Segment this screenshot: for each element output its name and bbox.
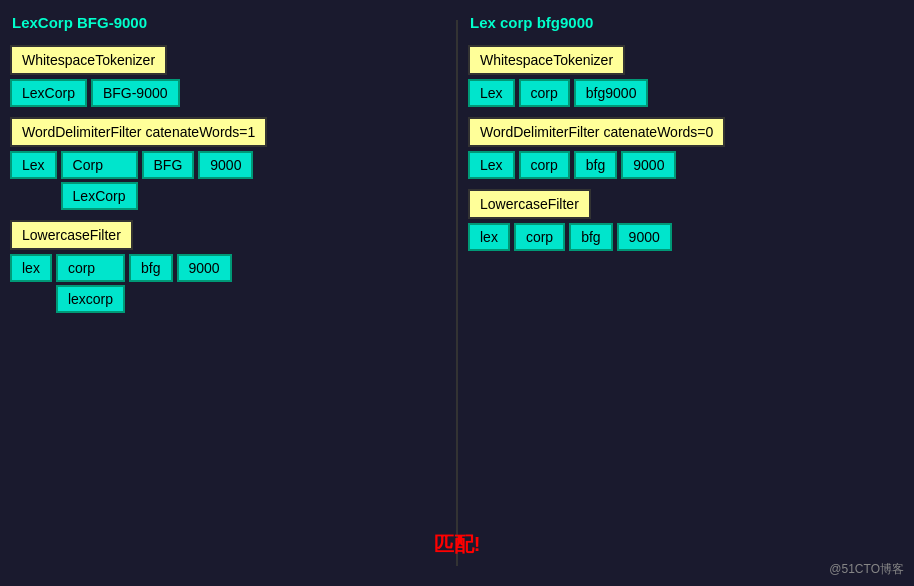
left-wordfilter-tokens-row1: Lex Corp LexCorp BFG 9000 (10, 151, 446, 210)
left-wordfilter-box: WordDelimiterFilter catenateWords=1 (10, 117, 267, 147)
right-input-label: Lex corp bfg9000 (468, 10, 904, 35)
right-lowercase-section: LowercaseFilter lex corp bfg 9000 (468, 189, 904, 251)
left-column: LexCorp BFG-9000 WhitespaceTokenizer Lex… (10, 10, 446, 576)
left-lowercase-tokens: lex corp lexcorp bfg 9000 (10, 254, 446, 313)
match-section: 匹配! (434, 521, 481, 558)
right-lc-token-9000: 9000 (617, 223, 672, 251)
right-tokenizer-tokens: Lex corp bfg9000 (468, 79, 904, 107)
left-input-section: LexCorp BFG-9000 (10, 10, 446, 35)
right-tokenizer-section: WhitespaceTokenizer Lex corp bfg9000 (468, 45, 904, 107)
left-input-label: LexCorp BFG-9000 (10, 10, 446, 35)
left-lc-token-bfg: bfg (129, 254, 172, 282)
watermark: @51CTO博客 (829, 561, 904, 578)
right-token-corp: corp (519, 79, 570, 107)
right-lc-token-bfg: bfg (569, 223, 612, 251)
right-tokenizer-box: WhitespaceTokenizer (468, 45, 625, 75)
match-label: 匹配! (434, 531, 481, 558)
left-lc-token-corp: corp (56, 254, 125, 282)
left-tokenizer-box: WhitespaceTokenizer (10, 45, 167, 75)
left-lc-token-9000: 9000 (177, 254, 232, 282)
left-lc-token-lexcorp: lexcorp (56, 285, 125, 313)
left-tokenizer-section: WhitespaceTokenizer LexCorp BFG-9000 (10, 45, 446, 107)
right-lc-token-corp: corp (514, 223, 565, 251)
main-container: LexCorp BFG-9000 WhitespaceTokenizer Lex… (0, 0, 914, 586)
right-wordfilter-tokens: Lex corp bfg 9000 (468, 151, 904, 179)
right-lowercase-tokens: lex corp bfg 9000 (468, 223, 904, 251)
column-divider (456, 20, 458, 566)
right-wf-token-lex: Lex (468, 151, 515, 179)
right-wf-token-9000: 9000 (621, 151, 676, 179)
left-wf-token-bfg: BFG (142, 151, 195, 179)
left-wf-token-corp: Corp (61, 151, 138, 179)
right-token-bfg9000: bfg9000 (574, 79, 649, 107)
left-lowercase-section: LowercaseFilter lex corp lexcorp bfg 900… (10, 220, 446, 313)
right-lowercase-box: LowercaseFilter (468, 189, 591, 219)
left-lc-group-corp: corp lexcorp (56, 254, 125, 313)
right-wf-token-corp: corp (519, 151, 570, 179)
right-wordfilter-section: WordDelimiterFilter catenateWords=0 Lex … (468, 117, 904, 179)
right-wf-token-bfg: bfg (574, 151, 617, 179)
left-wf-group-corp: Corp LexCorp (61, 151, 138, 210)
left-token-lexcorp: LexCorp (10, 79, 87, 107)
right-column: Lex corp bfg9000 WhitespaceTokenizer Lex… (468, 10, 904, 576)
left-token-bfg9000: BFG-9000 (91, 79, 180, 107)
right-lc-token-lex: lex (468, 223, 510, 251)
left-wordfilter-section: WordDelimiterFilter catenateWords=1 Lex … (10, 117, 446, 210)
left-wf-token-lexcorp: LexCorp (61, 182, 138, 210)
left-lowercase-box: LowercaseFilter (10, 220, 133, 250)
left-tokenizer-tokens: LexCorp BFG-9000 (10, 79, 446, 107)
left-wf-token-9000: 9000 (198, 151, 253, 179)
right-wordfilter-box: WordDelimiterFilter catenateWords=0 (468, 117, 725, 147)
right-input-section: Lex corp bfg9000 (468, 10, 904, 35)
left-wf-token-lex: Lex (10, 151, 57, 179)
right-token-lex: Lex (468, 79, 515, 107)
left-lc-token-lex: lex (10, 254, 52, 282)
